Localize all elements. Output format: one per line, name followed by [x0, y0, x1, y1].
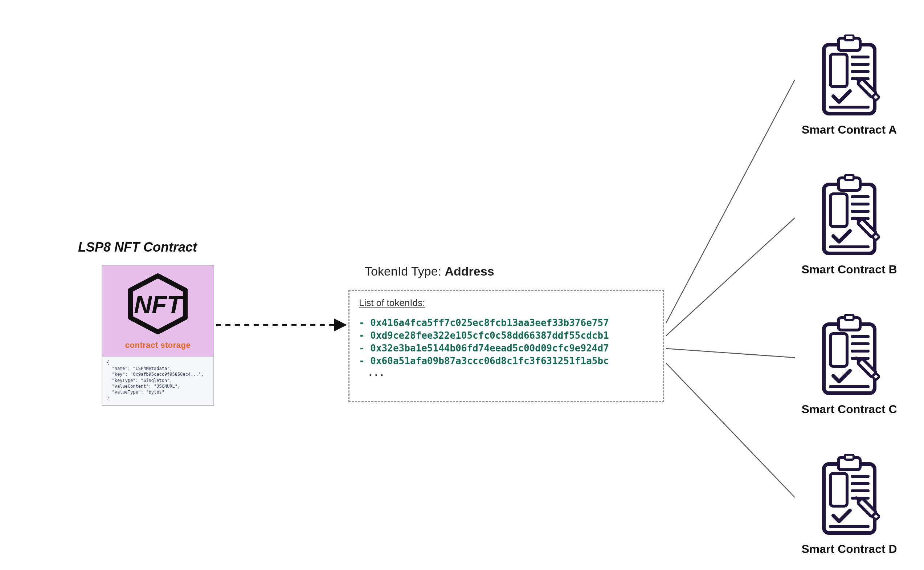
svg-rect-49 [872, 513, 880, 520]
tokenid-type-prefix: TokenId Type: [365, 264, 445, 278]
svg-rect-41 [831, 473, 847, 506]
clipboard-icon [813, 174, 886, 258]
contract-storage-label: contract storage [106, 340, 210, 354]
smart-contract-a: Smart Contract A [788, 34, 911, 136]
tokenid-type-value: Address [445, 264, 494, 278]
svg-text:NFT: NFT [134, 291, 184, 319]
clipboard-icon [813, 34, 886, 118]
svg-rect-4 [845, 35, 854, 40]
tokenid-item: - 0xd9ce28fee322e105cfc0c58dd66387ddf55c… [359, 329, 654, 342]
tokenid-list-box: List of tokenIds: - 0x416a4fca5ff7c025ec… [349, 290, 664, 402]
svg-rect-29 [831, 334, 847, 366]
clipboard-icon [813, 314, 886, 398]
svg-rect-40 [845, 455, 854, 460]
nft-card-header: NFT contract storage [102, 266, 213, 357]
tokenid-list-label: List of tokenIds: [359, 297, 654, 309]
svg-rect-37 [872, 373, 880, 380]
smart-contract-label: Smart Contract C [788, 403, 911, 416]
svg-line-53 [666, 349, 795, 358]
nft-contract-title: LSP8 NFT Contract [78, 240, 197, 255]
nft-hex-icon: NFT [123, 273, 192, 336]
tokenid-item: - 0x32e3ba1e5144b06fd74eead5c00d09cfc9e9… [359, 342, 654, 355]
svg-rect-5 [831, 54, 847, 87]
svg-line-52 [666, 218, 795, 336]
svg-rect-13 [872, 93, 880, 101]
smart-contract-label: Smart Contract B [788, 263, 911, 276]
smart-contract-label: Smart Contract D [788, 542, 911, 556]
svg-rect-17 [831, 194, 847, 227]
nft-metadata-json: { "name": "LSP4Metadata", "key": "0x9afb… [102, 357, 213, 405]
smart-contract-b: Smart Contract B [788, 174, 911, 276]
clipboard-icon [813, 454, 886, 537]
svg-rect-25 [872, 233, 880, 241]
svg-rect-16 [845, 175, 854, 180]
svg-rect-28 [845, 315, 854, 320]
svg-line-51 [666, 80, 795, 323]
smart-contract-label: Smart Contract A [788, 123, 911, 136]
tokenid-ellipsis: ... [368, 368, 654, 378]
tokenid-item: - 0x60a51afa09b87a3ccc06d8c1fc3f631251f1… [359, 355, 654, 368]
smart-contract-d: Smart Contract D [788, 454, 911, 556]
tokenid-item: - 0x416a4fca5ff7c025ec8fcb13aa3eef33b376… [359, 317, 654, 329]
nft-contract-card: NFT contract storage { "name": "LSP4Meta… [102, 265, 214, 406]
svg-line-54 [666, 363, 795, 497]
smart-contract-c: Smart Contract C [788, 314, 911, 416]
tokenid-type-label: TokenId Type: Address [365, 264, 494, 279]
